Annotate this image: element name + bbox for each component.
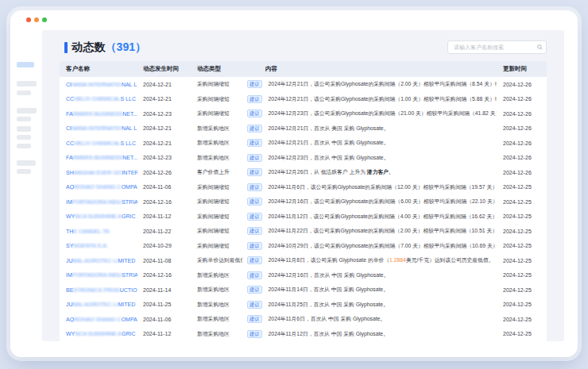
suggestion-tag[interactable]: 建议 [247, 80, 262, 88]
customer-name-prefix: WY [66, 331, 75, 336]
table-row: SHANGHAI EVER GOINTER...2024-12-26客户价值上升… [60, 165, 547, 180]
content-segment: 2024年11月22日，该公司采购Glyphosate的采购间隔（2.00 天）… [269, 228, 497, 233]
customer-name-suffix: NAL L... [122, 125, 137, 131]
sidebar-item-placeholder[interactable] [17, 117, 31, 121]
page-title: 动态数 （391） [60, 40, 146, 55]
customer-name-link[interactable]: AQROHAO SHANG COMPA... [60, 184, 137, 190]
customer-name-link[interactable]: SYNGENTA S.A. [60, 243, 137, 248]
content-segment: 2024年12月16日，首次从 中国 采购 Glyphosate。 [269, 272, 389, 278]
content-segment: 美元/千克）达到该公司历史最低值。 [406, 257, 494, 263]
minimize-button[interactable] [34, 17, 39, 22]
customer-name-link[interactable]: IMPORTADORA INDUSTRIA... [60, 272, 137, 278]
suggestion-tag[interactable]: 建议 [247, 330, 262, 338]
dynamic-date: 2024-11-06 [137, 184, 192, 190]
customer-name-link[interactable]: FARMERS BUSINESSNET... [60, 111, 137, 117]
content-text: 2024年11月25日，首次从 中国 采购 Glyphosate。 [269, 301, 389, 309]
sidebar-item-placeholder[interactable] [17, 160, 36, 166]
suggestion-tag[interactable]: 建议 [247, 315, 262, 323]
sidebar-item-placeholder[interactable] [17, 90, 31, 95]
sidebar-item-placeholder[interactable] [17, 169, 31, 174]
customer-name-suffix: S LLC [120, 96, 135, 102]
dynamic-type: 采购间隔缩短 [192, 183, 242, 191]
table-row: AQROHAO SHANG COMPA...2024-11-06采购间隔缩短建议… [60, 180, 547, 195]
page-title-text: 动态数 [72, 40, 106, 55]
customer-name-prefix: SY [66, 243, 73, 248]
sidebar-item-placeholder[interactable] [17, 81, 37, 86]
close-button[interactable] [26, 17, 31, 22]
customer-name-link[interactable]: WYNCA SUNSHINE AGRIC ... [60, 331, 137, 336]
dynamic-date: 2024-11-08 [137, 258, 192, 263]
suggestion-tag[interactable]: 建议 [247, 286, 262, 294]
customer-name-prefix: IM [66, 199, 72, 205]
dynamic-content: 建议2024年10月29日，该公司采购Glyphosate的采购间隔（7.00 … [242, 242, 497, 250]
suggestion-tag[interactable]: 建议 [247, 154, 262, 162]
customer-name-link[interactable]: AQROHAO SHANG COMPA... [60, 317, 137, 322]
sidebar-item-placeholder[interactable] [17, 144, 31, 148]
sidebar [10, 29, 42, 357]
customer-name-prefix: JU [66, 302, 73, 307]
suggestion-tag[interactable]: 建议 [247, 183, 262, 191]
table-row: WYNCA SUNSHINE AGRIC ...2024-11-12采购间隔缩短… [60, 209, 547, 225]
customer-name-link[interactable]: WYNCA SUNSHINE AGRIC ... [60, 213, 137, 219]
customer-name-blurred: ROHAO SHANG C [74, 184, 122, 190]
customer-name-link[interactable]: CCHELIX CHEMICALS LLC [60, 96, 137, 102]
suggestion-tag[interactable]: 建议 [247, 242, 262, 250]
suggestion-tag[interactable]: 建议 [247, 227, 262, 235]
table-row: BESTRONICS PRODUCTIO...2024-11-14新增采购地区建… [60, 283, 547, 298]
customer-name-suffix: MITED [118, 302, 136, 307]
customer-name-link[interactable]: BESTRONICS PRODUCTIO... [60, 287, 137, 293]
dynamic-content: 建议2024年12月21日，该公司采购Glyphosate的采购间隔（1.00 … [242, 95, 497, 103]
sidebar-item-placeholder[interactable] [17, 108, 37, 113]
dynamic-content: 建议2024年12月26日，从 低活跃客户 上升为 潜力客户。 [242, 168, 497, 176]
sidebar-item-placeholder-active[interactable] [17, 62, 34, 67]
customer-name-link[interactable]: JUBAL AGROTEC LIMITED [60, 302, 137, 307]
content-text: 2024年12月21日，该公司采购Glyphosate的采购间隔（2.00 天）… [269, 80, 497, 88]
search-input[interactable] [452, 41, 535, 53]
update-date: 2024-12-25 [497, 258, 547, 263]
suggestion-tag[interactable]: 建议 [247, 198, 262, 206]
title-accent-bar [64, 42, 68, 53]
content-text: 2024年12月26日，从 低活跃客户 上升为 潜力客户。 [269, 168, 394, 176]
bold-value: 潜力客户 [367, 169, 389, 175]
table-row: FARMERS BUSINESSNET...2024-12-23新增采购地区建议… [60, 151, 547, 166]
suggestion-tag[interactable]: 建议 [247, 139, 262, 147]
suggestion-tag[interactable]: 建议 [247, 125, 262, 133]
dynamic-type: 采购间隔缩短 [192, 110, 242, 117]
customer-name-link[interactable]: CINANA INTERNATIONAL L... [60, 125, 137, 131]
customer-name-link[interactable]: FARMERS BUSINESSNET... [60, 155, 137, 160]
content-segment: 2024年12月26日，从 低活跃客户 上升为 [269, 169, 367, 175]
dynamic-date: 2024-12-21 [137, 140, 192, 146]
sidebar-item-placeholder[interactable] [17, 126, 31, 132]
suggestion-tag[interactable]: 建议 [247, 301, 262, 309]
suggestion-tag[interactable]: 建议 [247, 256, 262, 264]
dynamic-type: 采购间隔缩短 [192, 227, 242, 235]
customer-name-link[interactable]: IMPORTADORA INDUSTRIA... [60, 199, 137, 205]
customer-name-link[interactable]: SHANGHAI EVER GOINTER... [60, 170, 137, 175]
customer-name-link[interactable]: CINANA INTERNATIONAL L... [60, 82, 137, 87]
suggestion-tag[interactable]: 建议 [247, 95, 262, 103]
dynamic-content: 建议2024年12月16日，首次从 中国 采购 Glyphosate。 [242, 271, 497, 279]
search-box [447, 40, 547, 54]
customer-name-link[interactable]: CCHELIX CHEMICALS LLC [60, 140, 137, 146]
customer-name-link[interactable]: JUBAL AGROTEC LIMITED [60, 258, 137, 263]
suggestion-tag[interactable]: 建议 [247, 168, 262, 176]
suggestion-tag[interactable]: 建议 [247, 213, 262, 221]
table-row: CINANA INTERNATIONAL L...2024-12-21采购间隔缩… [60, 77, 547, 92]
maximize-button[interactable] [42, 17, 47, 22]
dynamic-type: 新增采购地区 [192, 154, 242, 162]
dynamic-content: 建议2024年11月25日，首次从 中国 采购 Glyphosate。 [242, 301, 497, 309]
customer-name-link[interactable]: THE CANDEL TE [60, 229, 137, 234]
content-segment: 2024年11月12日，该公司采购Glyphosate的采购间隔（4.00 天）… [269, 213, 497, 219]
dynamic-content: 建议2024年11月12日，该公司采购Glyphosate的采购间隔（4.00 … [242, 213, 497, 221]
content-text: 2024年11月6日，该公司采购Glyphosate的采购间隔（12.00 天）… [269, 183, 497, 191]
dynamic-date: 2024-10-29 [137, 243, 192, 248]
suggestion-tag[interactable]: 建议 [247, 271, 262, 279]
suggestion-tag[interactable]: 建议 [247, 110, 262, 117]
update-date: 2024-12-26 [497, 96, 547, 102]
dynamic-date: 2024-12-26 [137, 170, 192, 175]
customer-name-suffix: GRIC ... [122, 213, 137, 219]
dynamic-type: 采购间隔缩短 [192, 80, 242, 88]
sidebar-item-placeholder[interactable] [17, 135, 31, 140]
dynamic-type: 新增采购地区 [192, 301, 242, 309]
dynamic-date: 2024-11-12 [137, 331, 192, 336]
